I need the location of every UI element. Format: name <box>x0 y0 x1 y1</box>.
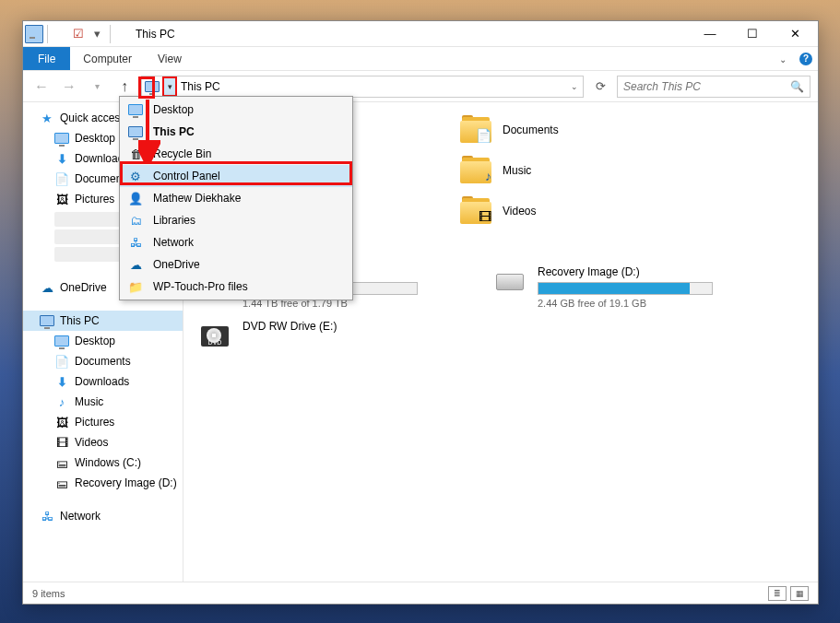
ribbon-expand-button[interactable]: ⌄ <box>774 47 792 71</box>
search-icon[interactable]: 🔍 <box>790 80 804 93</box>
onedrive-icon: ☁ <box>127 258 144 272</box>
drive-icon: 🖴 <box>54 455 69 470</box>
status-bar: 9 items ≣ ▦ <box>23 582 818 604</box>
address-icon <box>144 78 160 95</box>
sidebar-sub-desktop[interactable]: Desktop <box>23 331 183 351</box>
details-view-button[interactable]: ≣ <box>768 586 787 601</box>
dropdown-network[interactable]: 🖧Network <box>120 231 352 253</box>
folder-documents[interactable]: 📄 Documents <box>456 112 659 148</box>
ribbon-tabs: File Computer View ⌄ ? <box>23 47 818 71</box>
address-dropdown-menu: Desktop This PC 🗑Recycle Bin ⚙Control Pa… <box>119 96 353 300</box>
up-button[interactable]: ↑ <box>113 76 136 98</box>
pc-icon <box>127 126 144 137</box>
pictures-icon: 🖼 <box>54 415 69 429</box>
folders-grid: 📄 Documents ♪ Music 🎞 Videos <box>456 112 803 229</box>
refresh-button[interactable]: ⟳ <box>589 76 611 98</box>
dropdown-wp-touch[interactable]: 📁WP-Touch-Pro files <box>120 276 352 298</box>
control-panel-icon: ⚙ <box>127 170 144 183</box>
pictures-icon: 🖼 <box>54 192 69 206</box>
drive-icon: 🖴 <box>54 476 69 490</box>
folder-icon: 📁 <box>127 280 144 294</box>
sidebar-sub-documents[interactable]: 📄Documents <box>23 351 183 371</box>
recycle-bin-icon: 🗑 <box>127 147 144 161</box>
folder-icon: 📄 <box>460 115 493 145</box>
sidebar-sub-videos[interactable]: 🎞Videos <box>23 432 183 453</box>
title-bar: ☑ ▾ This PC — ☐ ✕ <box>23 21 818 47</box>
desktop-icon <box>54 131 69 146</box>
recent-locations-button[interactable]: ▾ <box>86 76 108 98</box>
separator <box>47 25 65 43</box>
sidebar-sub-recovery-d[interactable]: 🖴Recovery Image (D:) <box>23 473 183 493</box>
onedrive-icon: ☁ <box>40 280 54 295</box>
forward-button[interactable]: → <box>58 76 80 98</box>
folder-icon: ♪ <box>460 156 493 185</box>
drive-icon <box>493 265 526 299</box>
capacity-bar <box>538 282 713 295</box>
sidebar-this-pc[interactable]: This PC <box>23 311 183 331</box>
sidebar-sub-windows-c[interactable]: 🖴Windows (C:) <box>23 453 183 473</box>
back-button[interactable]: ← <box>30 76 53 98</box>
address-text[interactable]: This PC <box>177 80 220 93</box>
dropdown-this-pc[interactable]: This PC <box>120 121 352 143</box>
sidebar-sub-downloads[interactable]: ⬇Downloads <box>23 371 183 392</box>
network-icon: 🖧 <box>127 236 144 250</box>
videos-icon: 🎞 <box>54 435 69 450</box>
desktop-icon <box>54 334 69 348</box>
address-dropdown-button[interactable]: ▾ <box>162 76 177 97</box>
ribbon-computer-tab[interactable]: Computer <box>70 47 145 70</box>
downloads-icon: ⬇ <box>54 151 69 166</box>
folder-icon: 🎞 <box>460 196 493 226</box>
address-bar[interactable]: ▾ This PC ⌄ <box>141 76 584 98</box>
qat-properties-icon[interactable]: ☑ <box>69 25 88 43</box>
user-icon: 👤 <box>127 192 144 206</box>
address-history-button[interactable]: ⌄ <box>566 82 583 91</box>
folder-videos[interactable]: 🎞 Videos <box>456 193 659 229</box>
downloads-icon: ⬇ <box>54 374 69 389</box>
dvd-icon: DVD <box>198 320 231 353</box>
documents-icon: 📄 <box>54 171 69 186</box>
qat-newfolder-icon[interactable]: ▾ <box>88 25 106 43</box>
app-icon <box>25 25 43 43</box>
music-icon: ♪ <box>54 394 69 409</box>
drive-recovery-d[interactable]: Recovery Image (D:) 2.44 GB free of 19.1… <box>493 265 751 309</box>
dropdown-user[interactable]: 👤Mathew Diekhake <box>120 187 352 209</box>
libraries-icon: 🗂 <box>127 214 144 228</box>
sidebar-sub-music[interactable]: ♪Music <box>23 392 183 412</box>
dropdown-onedrive[interactable]: ☁OneDrive <box>120 253 352 276</box>
dropdown-recycle-bin[interactable]: 🗑Recycle Bin <box>120 143 352 165</box>
network-icon: 🖧 <box>40 509 54 523</box>
window-title: This PC <box>136 28 175 41</box>
star-icon: ★ <box>40 111 54 125</box>
item-count: 9 items <box>32 588 65 599</box>
dropdown-control-panel[interactable]: ⚙Control Panel <box>120 165 352 187</box>
help-button[interactable]: ? <box>794 47 818 70</box>
close-button[interactable]: ✕ <box>774 21 816 47</box>
separator <box>110 25 128 43</box>
dropdown-desktop[interactable]: Desktop <box>120 99 352 121</box>
sidebar-network[interactable]: 🖧Network <box>23 506 183 526</box>
documents-icon: 📄 <box>54 354 69 369</box>
sidebar-sub-pictures[interactable]: 🖼Pictures <box>23 412 183 432</box>
drive-dvd-e[interactable]: DVD DVD RW Drive (E:) <box>198 320 456 353</box>
search-input[interactable] <box>623 80 790 93</box>
dropdown-libraries[interactable]: 🗂Libraries <box>120 209 352 231</box>
maximize-button[interactable]: ☐ <box>731 21 774 47</box>
ribbon-file-tab[interactable]: File <box>23 47 70 70</box>
pc-icon <box>40 313 54 328</box>
desktop-icon <box>127 104 144 115</box>
minimize-button[interactable]: — <box>689 21 731 47</box>
tiles-view-button[interactable]: ▦ <box>790 586 809 601</box>
folder-music[interactable]: ♪ Music <box>456 152 659 189</box>
ribbon-view-tab[interactable]: View <box>145 47 195 70</box>
search-box[interactable]: 🔍 <box>617 76 810 98</box>
